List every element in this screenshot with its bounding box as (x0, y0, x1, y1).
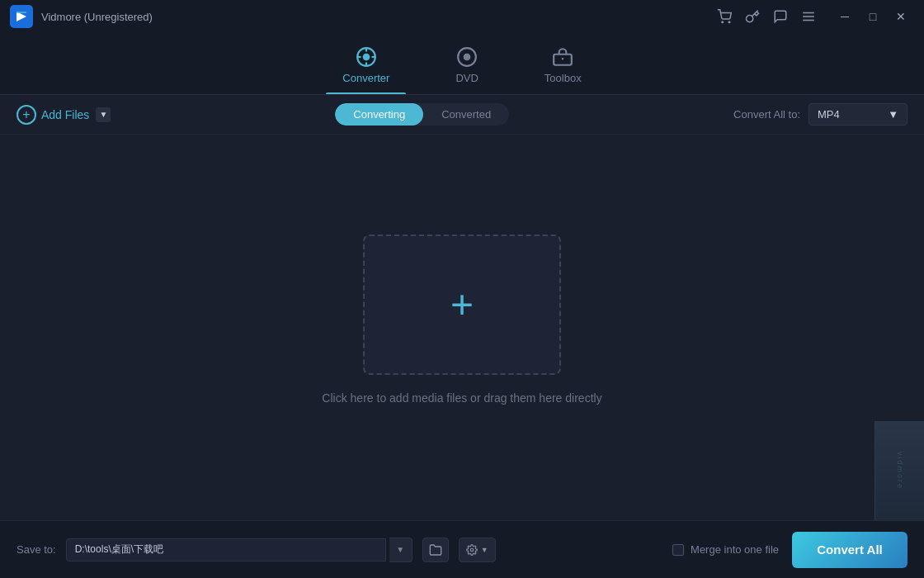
svg-point-13 (470, 548, 474, 552)
title-bar-left: Vidmore (Unregistered) (10, 5, 153, 28)
save-path-input[interactable] (66, 538, 386, 561)
menu-icon-btn[interactable] (795, 5, 822, 28)
merge-label: Merge into one file (691, 543, 779, 556)
add-files-dropdown[interactable]: ▼ (96, 107, 111, 122)
tab-dvd[interactable]: DVD (439, 40, 494, 94)
merge-checkbox[interactable] (672, 544, 684, 556)
bottom-bar: Save to: ▼ ▼ Merge into one file Convert… (0, 520, 924, 578)
svg-point-7 (364, 54, 370, 60)
add-files-plus-icon: + (16, 105, 36, 125)
add-files-label: Add Files (41, 108, 89, 121)
svg-point-10 (466, 56, 468, 58)
toolbar: + Add Files ▼ Converting Converted Conve… (0, 95, 924, 135)
app-logo (10, 5, 33, 28)
save-path-dropdown-btn[interactable]: ▼ (389, 538, 412, 562)
nav-tabs: Converter DVD Toolbox (0, 33, 924, 95)
cart-icon-btn[interactable] (711, 5, 738, 28)
tab-toolbox-label: Toolbox (544, 72, 582, 84)
title-bar: Vidmore (Unregistered) (0, 0, 924, 33)
watermark: vidmore (874, 421, 924, 520)
save-path-wrapper: ▼ (66, 538, 412, 562)
tab-converter-label: Converter (342, 72, 389, 84)
toolbar-right: Convert All to: MP4 ▼ (733, 103, 908, 126)
title-bar-action-icons (711, 5, 822, 28)
tab-toolbox[interactable]: Toolbox (528, 40, 598, 94)
save-to-label: Save to: (16, 543, 56, 556)
status-tabs: Converting Converted (335, 103, 509, 126)
convert-all-to-label: Convert All to: (733, 108, 800, 121)
format-select[interactable]: MP4 ▼ (808, 103, 908, 126)
dvd-icon (456, 46, 478, 68)
maximize-btn[interactable]: □ (860, 5, 886, 28)
app-title: Vidmore (Unregistered) (41, 11, 153, 23)
tab-converter[interactable]: Converter (326, 40, 406, 94)
drop-zone[interactable]: + (363, 235, 561, 375)
toolbox-icon (552, 46, 573, 68)
minimize-btn[interactable]: ─ (832, 5, 858, 28)
add-files-btn[interactable]: + Add Files (16, 105, 89, 125)
drop-zone-plus-icon: + (450, 285, 474, 325)
toolbar-left: + Add Files ▼ (16, 105, 111, 125)
svg-point-2 (728, 21, 730, 23)
merge-checkbox-wrapper[interactable]: Merge into one file (672, 543, 779, 556)
converting-tab[interactable]: Converting (335, 103, 423, 126)
folder-open-btn[interactable] (422, 538, 449, 562)
chat-icon-btn[interactable] (767, 5, 794, 28)
format-selected-value: MP4 (818, 108, 840, 121)
main-content: + Click here to add media files or drag … (0, 135, 924, 504)
settings-dropdown-arrow: ▼ (481, 546, 488, 554)
drop-hint: Click here to add media files or drag th… (322, 391, 601, 405)
bottom-right: Merge into one file Convert All (672, 532, 908, 568)
converted-tab[interactable]: Converted (423, 103, 509, 126)
converter-icon (356, 46, 377, 68)
format-dropdown-arrow: ▼ (888, 108, 898, 121)
settings-btn[interactable]: ▼ (459, 538, 496, 562)
svg-point-1 (722, 21, 724, 23)
key-icon-btn[interactable] (739, 5, 766, 28)
tab-dvd-label: DVD (455, 72, 478, 84)
convert-all-button[interactable]: Convert All (792, 532, 908, 568)
close-btn[interactable]: ✕ (888, 5, 914, 28)
